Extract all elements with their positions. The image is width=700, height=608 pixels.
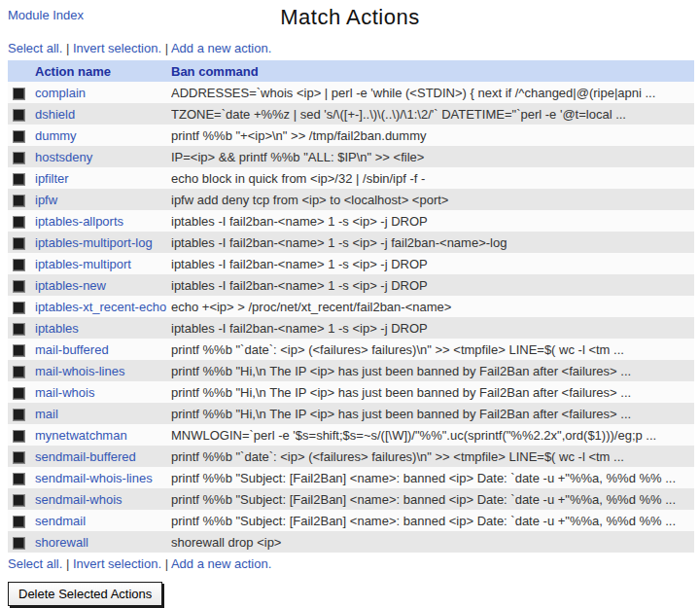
row-checkbox[interactable]	[13, 473, 25, 485]
action-name-cell: dshield	[35, 103, 171, 125]
checkbox-cell	[8, 467, 35, 488]
row-checkbox[interactable]	[13, 430, 25, 443]
checkbox-cell	[8, 317, 35, 339]
action-name-cell: mail	[35, 403, 171, 424]
invert-selection-link[interactable]: Invert selection.	[73, 556, 161, 571]
action-name-link[interactable]: sendmail-buffered	[35, 449, 136, 464]
action-name-cell: sendmail-whois-lines	[35, 467, 171, 488]
module-index-link[interactable]: Module Index	[8, 8, 84, 22]
action-name-link[interactable]: ipfilter	[35, 171, 69, 186]
ban-command-text: iptables -I fail2ban-<name> 1 -s <ip> -j…	[171, 210, 694, 232]
top-action-links: Select all. | Invert selection. | Add a …	[8, 41, 700, 55]
checkbox-cell	[8, 360, 35, 381]
ban-command-text: TZONE=`date +%%z | sed 's/\([+-]..\)\(..…	[171, 103, 694, 125]
action-name-cell: hostsdeny	[35, 146, 171, 167]
match-actions-table: Action name Ban command complainADDRESSE…	[8, 60, 694, 553]
table-row: ipfilterecho block in quick from <ip>/32…	[8, 167, 694, 189]
ban-command-text: IP=<ip> && printf %%b "ALL: $IP\n" >> <f…	[171, 146, 694, 167]
checkbox-cell	[8, 488, 35, 510]
table-row: mail-whoisprintf %%b "Hi,\n The IP <ip> …	[8, 381, 694, 403]
table-row: mynetwatchmanMNWLOGIN=`perl -e '$s=shift…	[8, 424, 694, 446]
action-name-link[interactable]: mail-buffered	[35, 342, 109, 357]
row-checkbox[interactable]	[13, 152, 25, 164]
row-checkbox[interactable]	[13, 537, 25, 550]
action-name-link[interactable]: complain	[35, 86, 86, 100]
action-name-link[interactable]: mail-whois	[35, 385, 94, 400]
action-name-link[interactable]: sendmail-whois-lines	[35, 471, 153, 485]
action-name-link[interactable]: sendmail	[35, 514, 86, 528]
row-checkbox[interactable]	[13, 130, 25, 143]
action-name-cell: mail-whois-lines	[35, 360, 171, 381]
row-checkbox[interactable]	[13, 195, 25, 207]
table-row: iptables-newiptables -I fail2ban-<name> …	[8, 274, 694, 296]
action-name-link[interactable]: iptables-xt_recent-echo	[35, 300, 166, 314]
action-name-link[interactable]: mail-whois-lines	[35, 364, 124, 378]
row-checkbox[interactable]	[13, 409, 25, 421]
row-checkbox[interactable]	[13, 173, 25, 186]
checkbox-cell	[8, 531, 35, 553]
ban-command-text: iptables -I fail2ban-<name> 1 -s <ip> -j…	[171, 232, 694, 253]
row-checkbox[interactable]	[13, 366, 25, 378]
action-name-link[interactable]: mail	[35, 407, 58, 421]
ban-command-text: printf %%b "`date`: <ip> (<failures> fai…	[171, 339, 694, 360]
ban-command-text: printf %%b "Hi,\n The IP <ip> has just b…	[171, 381, 694, 403]
ban-command-text: iptables -I fail2ban-<name> 1 -s <ip> -j…	[171, 317, 694, 339]
checkbox-cell	[8, 210, 35, 232]
top-bar: Module Index Match Actions	[0, 0, 700, 37]
action-name-link[interactable]: sendmail-whois	[35, 492, 122, 507]
table-row: mail-whois-linesprintf %%b "Hi,\n The IP…	[8, 360, 694, 381]
table-row: sendmail-whoisprintf %%b "Subject: [Fail…	[8, 488, 694, 510]
action-name-link[interactable]: iptables-multiport-log	[35, 235, 153, 250]
action-name-cell: iptables-multiport-log	[35, 232, 171, 253]
table-row: shorewallshorewall drop <ip>	[8, 531, 694, 553]
actions-table-body: complainADDRESSES=`whois <ip> | perl -e …	[8, 82, 694, 553]
ban-command-text: ADDRESSES=`whois <ip> | perl -e 'while (…	[171, 82, 694, 103]
action-name-link[interactable]: shorewall	[35, 535, 88, 550]
checkbox-cell	[8, 253, 35, 274]
checkbox-column-header	[8, 60, 35, 82]
row-checkbox[interactable]	[13, 109, 25, 122]
checkbox-cell	[8, 146, 35, 167]
action-name-cell: mail-whois	[35, 381, 171, 403]
ban-command-text: ipfw add deny tcp from <ip> to <localhos…	[171, 189, 694, 210]
action-name-link[interactable]: iptables-multiport	[35, 257, 131, 271]
bottom-action-links: Select all. | Invert selection. | Add a …	[8, 556, 700, 571]
action-name-link[interactable]: iptables-new	[35, 278, 106, 293]
action-name-cell: iptables-multiport	[35, 253, 171, 274]
action-name-cell: iptables-new	[35, 274, 171, 296]
action-name-link[interactable]: ipfw	[35, 193, 57, 207]
select-all-link[interactable]: Select all.	[8, 556, 62, 571]
row-checkbox[interactable]	[13, 216, 25, 229]
delete-selected-actions-button[interactable]: Delete Selected Actions	[8, 582, 162, 606]
action-name-link[interactable]: dshield	[35, 107, 75, 122]
row-checkbox[interactable]	[13, 323, 25, 336]
select-all-link[interactable]: Select all.	[8, 41, 62, 55]
action-name-link[interactable]: mynetwatchman	[35, 428, 127, 443]
invert-selection-link[interactable]: Invert selection.	[73, 41, 161, 55]
row-checkbox[interactable]	[13, 451, 25, 464]
table-row: sendmail-bufferedprintf %%b "`date`: <ip…	[8, 446, 694, 467]
table-row: dshieldTZONE=`date +%%z | sed 's/\([+-].…	[8, 103, 694, 125]
action-name-link[interactable]: dummy	[35, 128, 77, 143]
row-checkbox[interactable]	[13, 516, 25, 528]
table-row: complainADDRESSES=`whois <ip> | perl -e …	[8, 82, 694, 103]
action-name-cell: mynetwatchman	[35, 424, 171, 446]
action-name-link[interactable]: hostsdeny	[35, 150, 92, 164]
action-name-link[interactable]: iptables-allports	[35, 214, 123, 229]
row-checkbox[interactable]	[13, 280, 25, 293]
row-checkbox[interactable]	[13, 259, 25, 271]
action-name-cell: shorewall	[35, 531, 171, 553]
action-name-link[interactable]: iptables	[35, 321, 79, 336]
add-new-action-link[interactable]: Add a new action.	[171, 41, 271, 55]
add-new-action-link[interactable]: Add a new action.	[171, 556, 271, 571]
row-checkbox[interactable]	[13, 88, 25, 100]
row-checkbox[interactable]	[13, 494, 25, 507]
row-checkbox[interactable]	[13, 387, 25, 400]
checkbox-cell	[8, 510, 35, 531]
row-checkbox[interactable]	[13, 237, 25, 250]
row-checkbox[interactable]	[13, 302, 25, 314]
row-checkbox[interactable]	[13, 344, 25, 357]
ban-command-text: MNWLOGIN=`perl -e '$s=shift;$s=~s/([\W])…	[171, 424, 694, 446]
link-separator: |	[62, 41, 73, 55]
checkbox-cell	[8, 403, 35, 424]
